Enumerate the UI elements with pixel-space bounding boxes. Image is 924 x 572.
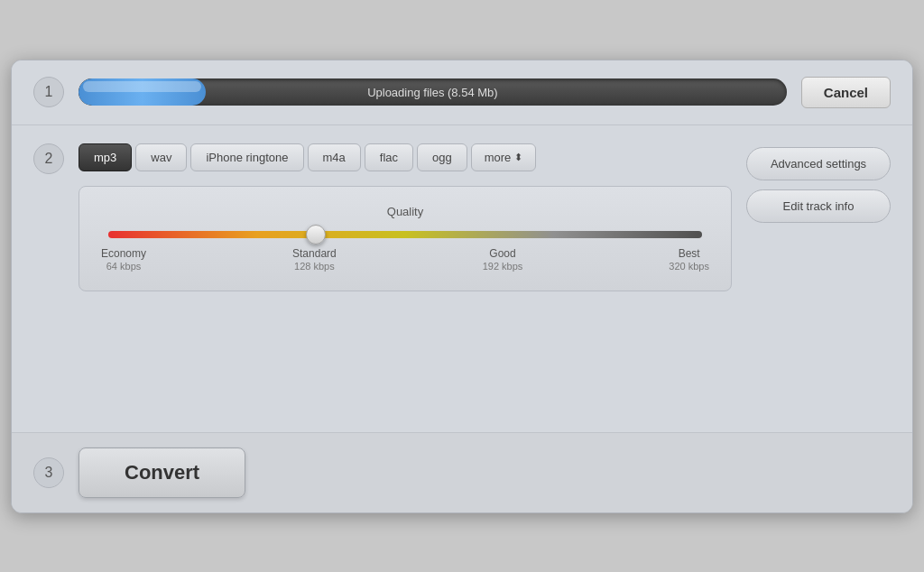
convert-button[interactable]: Convert	[79, 447, 245, 498]
quality-name-standard: Standard	[292, 247, 337, 260]
slider-track	[108, 231, 702, 238]
tab-m4a[interactable]: m4a	[308, 143, 361, 171]
section-1: 1 Uploading files (8.54 Mb) Cancel	[12, 60, 912, 125]
quality-title: Quality	[101, 205, 709, 218]
quality-label-best: Best 320 kbps	[669, 247, 709, 272]
quality-kbps-economy: 64 kbps	[106, 261, 142, 272]
right-panel: Advanced settings Edit track info	[746, 143, 891, 223]
tab-wav[interactable]: wav	[135, 143, 187, 171]
progress-text: Uploading files (8.54 Mb)	[79, 86, 787, 99]
quality-name-best: Best	[669, 247, 709, 260]
format-tabs: mp3 wav iPhone ringtone m4a flac ogg mor…	[79, 143, 732, 171]
quality-name-economy: Economy	[101, 247, 146, 260]
edit-track-info-button[interactable]: Edit track info	[746, 189, 891, 223]
quality-label-standard: Standard 128 kbps	[292, 247, 337, 272]
quality-panel: Quality Economy 64 kbps Standard 128 kbp…	[79, 186, 732, 291]
cancel-button[interactable]: Cancel	[801, 77, 891, 108]
tab-more[interactable]: more ⬍	[471, 143, 537, 171]
section-2-content: mp3 wav iPhone ringtone m4a flac ogg mor…	[79, 143, 732, 291]
tab-mp3[interactable]: mp3	[79, 143, 132, 171]
progress-bar-container: Uploading files (8.54 Mb)	[79, 78, 787, 106]
section-2: 2 mp3 wav iPhone ringtone m4a flac ogg m…	[12, 125, 912, 432]
slider-thumb[interactable]	[306, 225, 326, 244]
tab-iphone-ringtone[interactable]: iPhone ringtone	[190, 143, 303, 171]
quality-name-good: Good	[483, 247, 523, 260]
tab-flac[interactable]: flac	[365, 143, 413, 171]
slider-labels: Economy 64 kbps Standard 128 kbps Good 1…	[101, 247, 709, 272]
quality-label-economy: Economy 64 kbps	[101, 247, 146, 272]
quality-kbps-standard: 128 kbps	[294, 261, 335, 272]
quality-kbps-good: 192 kbps	[483, 261, 523, 272]
slider-container[interactable]	[108, 231, 702, 238]
step-1-circle: 1	[33, 77, 64, 107]
chevron-up-down-icon: ⬍	[514, 152, 522, 163]
step-2-circle: 2	[33, 143, 64, 174]
advanced-settings-button[interactable]: Advanced settings	[746, 147, 891, 180]
more-label: more	[485, 151, 512, 164]
app-window: 1 Uploading files (8.54 Mb) Cancel 2 mp3…	[11, 60, 913, 513]
quality-label-good: Good 192 kbps	[483, 247, 523, 272]
tab-ogg[interactable]: ogg	[417, 143, 467, 171]
section-3: 3 Convert	[12, 432, 912, 512]
quality-kbps-best: 320 kbps	[669, 261, 709, 272]
step-3-circle: 3	[33, 457, 64, 488]
